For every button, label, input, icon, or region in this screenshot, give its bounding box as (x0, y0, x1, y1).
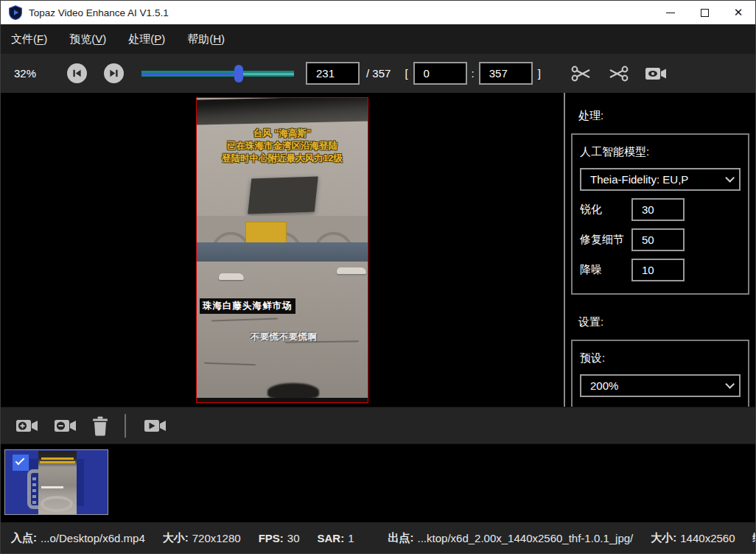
video-preview-area: 台风 “海高斯” 已在珠海市金湾区沿海登陆 登陆时中心附近最大风力12级 珠海白… (1, 93, 564, 407)
preset-label: 预设: (580, 351, 741, 365)
thumbnail-strip (1, 443, 755, 522)
total-frames-label: / 357 (366, 67, 391, 80)
bottom-toolbar (1, 407, 755, 443)
status-scale: 缩放:200% (753, 531, 756, 545)
chevron-down-icon (725, 173, 735, 183)
video-barrier-wall (197, 242, 368, 262)
current-frame-input[interactable] (306, 62, 360, 85)
menubar: 文件(F) 预览(V) 处理(P) 帮助(H) (1, 24, 755, 54)
range-start-input[interactable] (413, 62, 467, 85)
restore-detail-label: 修复细节 (580, 233, 631, 247)
statusbar: 入点:...o/Desktop/x6d.mp4 大小:720x1280 FPS:… (1, 522, 755, 553)
status-sar: SAR:1 (318, 532, 354, 544)
video-submerged-car (219, 273, 244, 280)
range-separator: : (472, 67, 475, 80)
preset-dropdown[interactable]: 200% (580, 374, 741, 397)
app-window: Topaz Video Enhance AI V1.5.1 ✕ 文件(F) 预览… (0, 0, 756, 554)
video-bottom-edge (197, 398, 368, 402)
skip-to-start-icon (72, 69, 82, 78)
menu-preview[interactable]: 预览(V) (69, 32, 106, 46)
menu-help[interactable]: 帮助(H) (187, 32, 225, 46)
range-end-input[interactable] (479, 62, 533, 85)
sharpen-row: 锐化 (580, 198, 741, 221)
video-hanging-object (248, 176, 318, 214)
skip-to-end-button[interactable] (104, 63, 124, 83)
preset-group: 预设: 200% 裁剪以填充帧 (571, 340, 749, 407)
menu-process[interactable]: 处理(P) (128, 32, 165, 46)
timeline-slider[interactable] (141, 65, 294, 83)
app-logo-icon (8, 5, 23, 20)
status-output-size: 大小:1440x2560 (651, 531, 735, 545)
denoise-input[interactable] (631, 259, 685, 281)
add-video-icon (14, 416, 39, 435)
range-bracket-close: ] (538, 67, 541, 80)
trim-cut-button[interactable] (570, 64, 592, 83)
remove-video-icon (52, 416, 77, 435)
video-dark-object (267, 383, 319, 399)
status-input-path: 入点:...o/Desktop/x6d.mp4 (11, 531, 145, 545)
preset-value: 200% (590, 379, 725, 392)
timeline-track-remaining (239, 73, 294, 75)
status-input-size: 大小:720x1280 (163, 531, 241, 545)
timeline-handle[interactable] (234, 65, 243, 83)
zoom-level-label: 32% (14, 67, 46, 80)
toolbar-divider (125, 414, 126, 438)
ai-model-group: 人工智能模型: Theia-Fidelity: EU,P 锐化 修复细节 降噪 (571, 133, 749, 295)
video-overlay-title: 台风 “海高斯” 已在珠海市金湾区沿海登陆 登陆时中心附近最大风力12级 (197, 127, 368, 165)
window-controls: ✕ (654, 1, 755, 24)
close-button[interactable]: ✕ (721, 1, 755, 24)
process-video-icon (142, 416, 167, 435)
range-bracket-open: [ (405, 67, 407, 80)
chevron-down-icon (725, 379, 735, 389)
video-speech-caption: 不要慌不要慌啊 (251, 331, 318, 343)
cut-scissors-icon (570, 64, 592, 83)
video-top-bar (196, 97, 368, 125)
ai-model-label: 人工智能模型: (580, 145, 741, 159)
video-location-caption: 珠海白藤头海鲜市场 (200, 298, 295, 314)
skip-to-end-icon (109, 69, 119, 78)
restore-detail-input[interactable] (631, 228, 685, 251)
ai-model-value: Theia-Fidelity: EU,P (590, 173, 725, 186)
thumbnail-video-image (38, 451, 77, 514)
main-area: 台风 “海高斯” 已在珠海市金湾区沿海登陆 登陆时中心附近最大风力12级 珠海白… (1, 93, 755, 407)
timeline-track-played (141, 73, 239, 75)
denoise-row: 降噪 (580, 259, 741, 281)
check-icon (15, 456, 25, 466)
video-preview-frame[interactable]: 台风 “海高斯” 已在珠海市金湾区沿海登陆 登陆时中心附近最大风力12级 珠海白… (196, 97, 368, 403)
maximize-button[interactable] (687, 1, 721, 24)
splice-button[interactable] (607, 64, 629, 83)
video-thumbnail-tile[interactable] (4, 449, 108, 515)
delete-button[interactable] (91, 416, 110, 436)
ai-model-dropdown[interactable]: Theia-Fidelity: EU,P (580, 168, 741, 191)
sharpen-label: 锐化 (580, 203, 631, 217)
status-output-path: 出点:...ktop/x6d_2.00x_1440x2560_thf-1.0.1… (388, 531, 634, 545)
settings-heading: 设置: (578, 315, 755, 329)
denoise-label: 降噪 (580, 263, 631, 277)
window-title: Topaz Video Enhance AI V1.5.1 (29, 7, 169, 18)
preview-button[interactable] (644, 65, 668, 83)
settings-panel: 处理: 人工智能模型: Theia-Fidelity: EU,P 锐化 修复细节… (565, 93, 755, 407)
remove-video-button[interactable] (52, 416, 77, 435)
processing-heading: 处理: (578, 109, 755, 123)
skip-to-start-button[interactable] (67, 63, 87, 83)
trash-icon (91, 416, 110, 436)
add-video-button[interactable] (14, 416, 39, 435)
process-video-button[interactable] (142, 416, 167, 435)
titlebar: Topaz Video Enhance AI V1.5.1 ✕ (1, 1, 755, 24)
status-fps: FPS:30 (259, 532, 300, 544)
thumbnail-checkbox[interactable] (13, 455, 29, 471)
toolbar: 32% / 357 [ : ] (1, 54, 755, 93)
video-submerged-car (337, 267, 366, 274)
splice-scissors-icon (607, 64, 629, 83)
sharpen-input[interactable] (631, 198, 685, 221)
preview-camera-icon (644, 65, 668, 83)
restore-detail-row: 修复细节 (580, 228, 741, 251)
menu-file[interactable]: 文件(F) (11, 32, 47, 46)
minimize-button[interactable] (654, 1, 687, 24)
